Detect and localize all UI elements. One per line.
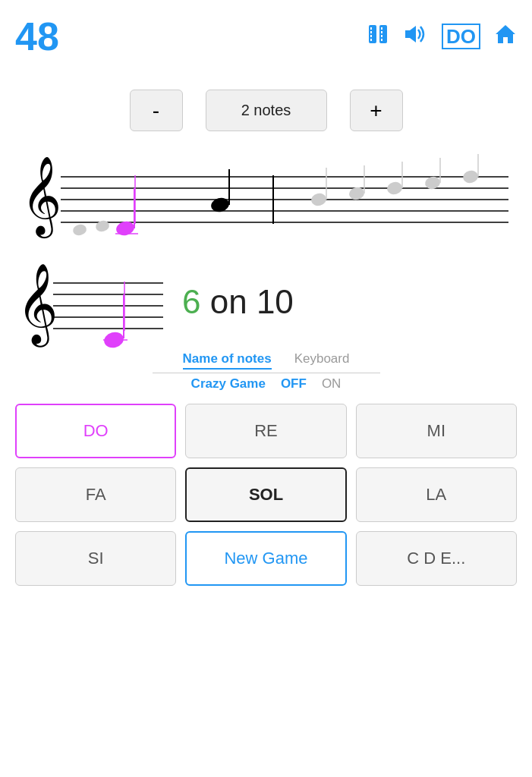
svg-rect-4 [370,35,372,37]
tab-off[interactable]: OFF [281,376,307,392]
svg-rect-0 [369,25,376,43]
svg-rect-7 [381,31,382,33]
minus-button[interactable]: - [130,90,183,131]
home-icon[interactable] [494,23,517,51]
svg-text:𝄞: 𝄞 [17,264,58,348]
note-btn-re[interactable]: RE [185,404,346,458]
note-btn-do[interactable]: DO [15,404,176,458]
middle-section: 𝄞 6 on 10 [15,253,517,351]
score-total: on 10 [200,283,293,320]
svg-marker-10 [405,26,416,42]
main-staff: 𝄞 [15,146,517,245]
volume-icon[interactable] [404,23,428,51]
note-btn-fa[interactable]: FA [15,467,176,522]
svg-point-28 [386,181,403,197]
tab-row-1: Name of notes Keyboard [183,351,350,370]
pause-icon[interactable] [366,22,390,52]
tab-name-of-notes[interactable]: Name of notes [183,351,272,370]
plus-button[interactable]: + [350,90,403,131]
header: 48 D [0,0,532,67]
tab-bar: Name of notes Keyboard Crazy Game OFF ON [15,351,517,392]
tab-crazy-game[interactable]: Crazy Game [191,376,266,392]
svg-rect-6 [381,27,382,30]
tab-row-2: Crazy Game OFF ON [191,376,342,392]
game-score: 6 on 10 [182,283,294,321]
svg-rect-8 [381,35,382,37]
note-btn-sol[interactable]: SOL [185,467,346,522]
svg-rect-5 [370,39,372,41]
score-green: 6 [182,283,200,320]
do-label[interactable]: DO [442,24,480,49]
tab-keyboard[interactable]: Keyboard [294,351,350,370]
svg-rect-1 [379,25,387,43]
notes-label: 2 notes [206,90,327,131]
header-icons: DO [366,22,517,52]
note-btn-mi[interactable]: MI [356,404,517,458]
svg-rect-9 [381,39,382,41]
note-btn-la[interactable]: LA [356,467,517,522]
tab-on[interactable]: ON [322,376,342,392]
svg-marker-11 [496,25,515,43]
new-game-button[interactable]: New Game [185,531,346,586]
notes-control: - 2 notes + [0,90,532,131]
svg-point-24 [310,192,327,208]
note-grid: DO RE MI FA SOL LA SI New Game C D E... [15,404,517,586]
svg-point-34 [71,223,87,237]
note-btn-si[interactable]: SI [15,531,176,586]
small-staff: 𝄞 [15,253,167,351]
cde-button[interactable]: C D E... [356,531,517,586]
svg-point-32 [461,169,479,185]
svg-text:𝄞: 𝄞 [21,157,61,239]
tab-divider [153,373,380,373]
svg-rect-3 [370,31,372,33]
svg-point-35 [94,219,110,233]
svg-rect-2 [370,27,372,30]
score-display: 48 [15,14,59,59]
